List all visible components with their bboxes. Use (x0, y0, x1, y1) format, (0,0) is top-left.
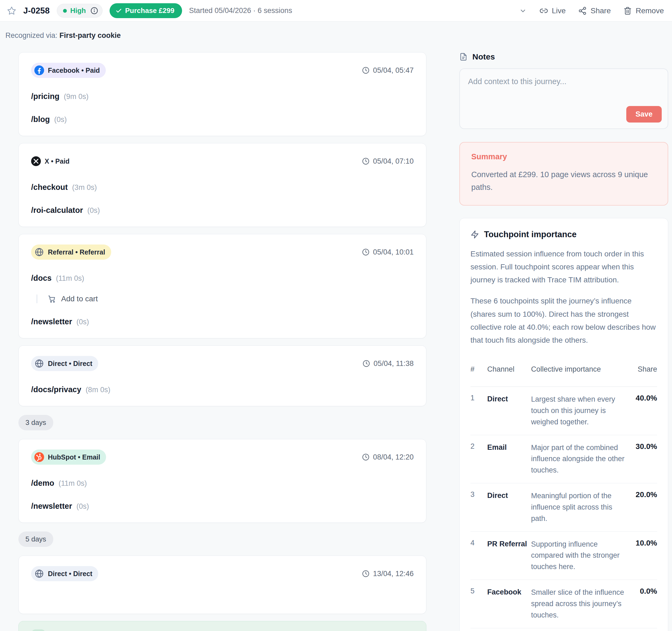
header-left: J-0258 High Purchase £299 Started 05/04/… (7, 3, 292, 18)
table-row: 5FacebookSmaller slice of the influence … (471, 580, 657, 628)
table-row: 3DirectMeaningful portion of the influen… (471, 483, 657, 532)
channel-badge: Direct • Direct (31, 566, 98, 581)
session-timestamp: 13/04, 12:46 (362, 569, 414, 578)
share-button[interactable]: Share (578, 6, 611, 15)
remove-button[interactable]: Remove (623, 6, 664, 15)
notes-heading: Notes (459, 52, 668, 62)
channel-badge-label: Facebook • Paid (48, 67, 100, 74)
file-icon (459, 53, 467, 61)
side-panel: Notes Save Summary Converted at £299. 10… (459, 52, 668, 631)
globe-icon (34, 359, 44, 368)
channel-badge-label: HubSpot • Email (48, 453, 100, 461)
timestamp-label: 08/04, 12:20 (373, 453, 414, 461)
journey-detail-page: J-0258 High Purchase £299 Started 05/04/… (0, 0, 672, 631)
touchpoint-paragraph-2: These 6 touchpoints split the journey’s … (471, 294, 657, 347)
page-path: /docs/privacy (31, 385, 81, 394)
session-header: Referral • Referral05/04, 10:01 (31, 244, 414, 260)
summary-title: Summary (471, 152, 656, 161)
globe-icon (34, 247, 44, 257)
channel-badge: HubSpot • Email (31, 450, 106, 465)
pageview-row: /docs/privacy(8m 0s) (31, 385, 414, 394)
row-index: 3 (471, 490, 484, 499)
clock-icon (362, 360, 370, 368)
priority-label: High (70, 6, 86, 15)
session-timestamp: 05/04, 07:10 (362, 157, 414, 166)
save-button[interactable]: Save (626, 106, 662, 123)
recognized-value: First-party cookie (59, 31, 121, 40)
row-description: Largest share when every touch on this j… (531, 394, 627, 428)
event-row: Add to cart (37, 294, 414, 303)
table-row: 1DirectLargest share when every touch on… (471, 387, 657, 435)
journey-meta: Started 05/04/2026 · 6 sessions (189, 6, 292, 15)
table-row: 4PR ReferralSupporting influence compare… (471, 532, 657, 580)
star-icon[interactable] (7, 6, 16, 16)
session-timestamp: 08/04, 12:20 (362, 453, 414, 461)
row-index: 4 (471, 539, 484, 547)
session-timestamp: 05/04, 05:47 (362, 66, 414, 75)
clock-icon (362, 569, 370, 578)
session-timestamp: 05/04, 10:01 (362, 248, 414, 257)
globe-icon (34, 569, 44, 579)
summary-body: Converted at £299. 10 page views across … (471, 168, 656, 194)
touchpoint-card: Touchpoint importance Estimated session … (459, 218, 668, 631)
row-channel: Direct (487, 490, 528, 501)
conversion-badge: Purchase £299 (110, 3, 182, 18)
row-share: 0.0% (630, 587, 657, 596)
journey-timeline: Facebook • Paid05/04, 05:47/pricing(9m 0… (18, 52, 426, 631)
clock-icon (362, 66, 370, 74)
cart-icon (48, 294, 56, 303)
recognized-via: Recognized via: First-party cookie (5, 31, 668, 40)
live-label: Live (552, 6, 566, 15)
facebook-logo (34, 66, 44, 75)
session-card: Direct • Direct13/04, 12:46 (18, 556, 426, 614)
trash-icon (623, 6, 632, 15)
row-share: 20.0% (630, 490, 657, 499)
purchase-left: Purchase (31, 629, 92, 631)
notes-title: Notes (472, 52, 495, 62)
clock-icon (362, 453, 370, 461)
pageview-row: /pricing(9m 0s) (31, 92, 414, 101)
timestamp-label: 05/04, 10:01 (373, 248, 414, 257)
page-duration: (8m 0s) (86, 386, 111, 394)
row-description: Smaller slice of the influence spread ac… (531, 587, 627, 621)
priority-dot-icon (63, 9, 67, 13)
info-icon[interactable] (90, 6, 98, 15)
time-gap-pill: 5 days (18, 532, 53, 547)
table-row: 2EmailMajor part of the combined influen… (471, 435, 657, 484)
session-card: Referral • Referral05/04, 10:01/docs(11m… (18, 234, 426, 338)
page-duration: (11m 0s) (56, 274, 85, 283)
timestamp-label: 05/04, 11:38 (374, 360, 414, 368)
session-card: Facebook • Paid05/04, 05:47/pricing(9m 0… (18, 52, 426, 136)
table-row: 6Twitter CpcSmaller slice of the influen… (471, 628, 657, 631)
check-icon (116, 7, 122, 14)
chevron-down-icon[interactable] (519, 7, 527, 15)
recognized-prefix: Recognized via: (5, 31, 57, 40)
pageview-row: /blog(0s) (31, 115, 414, 124)
live-button[interactable]: Live (539, 6, 566, 15)
session-header: Direct • Direct05/04, 11:38 (31, 356, 414, 371)
session-card: Direct • Direct05/04, 11:38/docs/privacy… (18, 345, 426, 406)
time-gap-pill: 3 days (18, 415, 53, 430)
clock-icon (362, 248, 370, 256)
page-duration: (3m 0s) (72, 184, 97, 192)
pageview-row: /roi-calculator(0s) (31, 206, 414, 215)
row-description: Major part of the combined influence alo… (531, 442, 627, 476)
channel-badge-label: Direct • Direct (48, 360, 92, 368)
row-description: Supporting influence compared with the s… (531, 539, 627, 573)
page-path: /newsletter (31, 317, 72, 326)
pageview-row: /checkout(3m 0s) (31, 183, 414, 192)
row-share: 40.0% (630, 394, 657, 403)
session-header: X • Paid05/04, 07:10 (31, 154, 414, 169)
page-duration: (0s) (76, 318, 89, 326)
row-channel: PR Referral (487, 539, 528, 549)
channel-badge-label: X • Paid (45, 157, 70, 165)
pageview-row: /newsletter(0s) (31, 502, 414, 511)
row-description: Meaningful portion of the influence spli… (531, 490, 627, 525)
row-index: 1 (471, 394, 484, 402)
touchpoint-heading: Touchpoint importance (471, 229, 657, 239)
hubspot-logo (34, 452, 44, 462)
row-share: 30.0% (630, 442, 657, 451)
row-channel: Facebook (487, 587, 528, 598)
table-header-cell: Share (630, 364, 657, 380)
pageview-row: /demo(11m 0s) (31, 479, 414, 488)
